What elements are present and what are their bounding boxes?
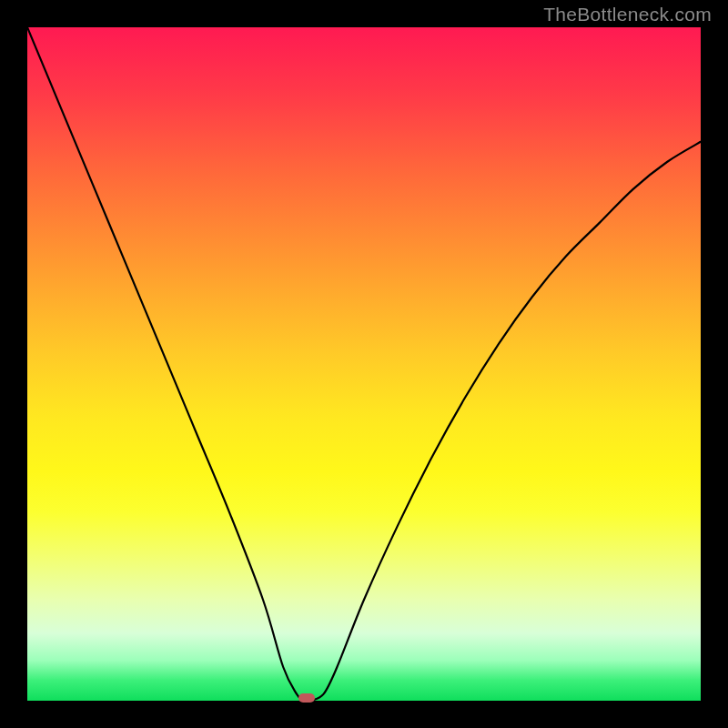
chart-frame: TheBottleneck.com <box>0 0 728 728</box>
bottleneck-curve-path <box>27 27 701 701</box>
plot-area <box>27 27 701 701</box>
curve-svg <box>27 27 701 701</box>
watermark-text: TheBottleneck.com <box>543 4 712 25</box>
optimal-point-marker <box>298 693 315 703</box>
